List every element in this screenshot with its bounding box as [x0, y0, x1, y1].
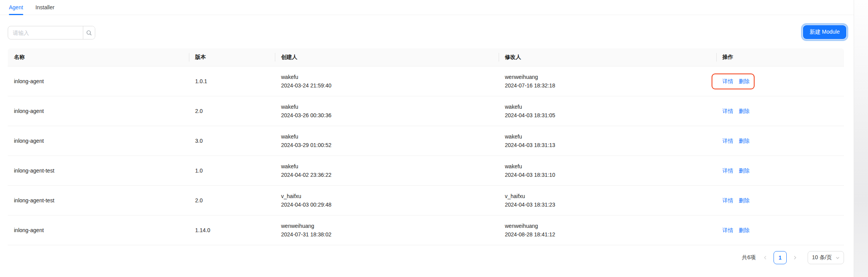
table-row: inlong-agent 2.0 wakefu 2024-03-26 00:30… [8, 96, 844, 126]
column-header-actions: 操作 [716, 48, 844, 66]
creator-name: wakefu [281, 103, 492, 111]
cell-creator: wakefu 2024-03-26 00:30:36 [275, 103, 499, 120]
cell-actions: 详情 删除 [716, 196, 844, 205]
row-actions: 详情 删除 [722, 77, 750, 85]
cell-actions: 详情 删除 [716, 107, 844, 115]
tab-installer-label: Installer [36, 4, 55, 10]
chevron-left-icon [763, 255, 768, 260]
cell-creator: wakefu 2024-03-24 21:59:40 [275, 73, 499, 90]
create-time: 2024-03-29 01:00:52 [281, 141, 492, 149]
cell-version: 1.0 [189, 166, 275, 175]
creator-name: wakefu [281, 132, 492, 141]
row-actions: 详情 删除 [722, 226, 750, 234]
cell-name: inlong-agent [8, 226, 189, 234]
active-tab-indicator [9, 14, 23, 15]
delete-link[interactable]: 删除 [739, 107, 750, 115]
cell-creator: wakefu 2024-03-29 01:00:52 [275, 132, 499, 149]
delete-link[interactable]: 删除 [739, 77, 750, 85]
modify-time: 2024-04-03 18:31:05 [505, 111, 710, 120]
cell-modifier: v_haifxu 2024-04-03 18:31:23 [499, 192, 716, 209]
column-header-version: 版本 [189, 48, 275, 66]
cell-modifier: wakefu 2024-04-03 18:31:05 [499, 103, 716, 120]
cell-version: 3.0 [189, 137, 275, 145]
detail-link[interactable]: 详情 [722, 226, 733, 234]
column-header-name: 名称 [8, 48, 189, 66]
search-icon [86, 30, 92, 36]
creator-name: wakefu [281, 73, 492, 81]
pagination-total-label: 共6项 [742, 254, 756, 261]
module-management-page: Agent Installer 新建 Module 名称 版本 创建人 修改人 … [0, 0, 868, 277]
create-time: 2024-03-26 00:30:36 [281, 111, 492, 120]
table-header: 名称 版本 创建人 修改人 操作 [8, 48, 844, 67]
delete-link[interactable]: 删除 [739, 137, 750, 145]
cell-creator: wenweihuang 2024-07-31 18:38:02 [275, 222, 499, 239]
cell-creator: v_haifxu 2024-04-03 00:29:48 [275, 192, 499, 209]
cell-actions: 详情 删除 [716, 77, 844, 85]
module-table: 名称 版本 创建人 修改人 操作 inlong-agent 1.0.1 wake… [8, 48, 844, 245]
modify-time: 2024-07-16 18:32:18 [505, 81, 710, 90]
cell-version: 2.0 [189, 196, 275, 205]
search-box [8, 26, 95, 39]
page-size-select[interactable]: 10 条/页 [808, 251, 844, 264]
cell-modifier: wakefu 2024-04-03 18:31:13 [499, 132, 716, 149]
pagination: 共6项 1 10 条/页 [742, 251, 844, 264]
table-row: inlong-agent 1.14.0 wenweihuang 2024-07-… [8, 215, 844, 245]
creator-name: v_haifxu [281, 192, 492, 200]
detail-link[interactable]: 详情 [722, 107, 733, 115]
modify-time: 2024-08-28 18:41:12 [505, 230, 710, 239]
table-row: inlong-agent-test 1.0 wakefu 2024-04-02 … [8, 156, 844, 186]
next-page-button[interactable] [790, 251, 800, 264]
search-button[interactable] [83, 26, 95, 39]
page-number-button[interactable]: 1 [774, 251, 787, 264]
column-header-creator: 创建人 [275, 48, 499, 66]
cell-modifier: wenweihuang 2024-08-28 18:41:12 [499, 222, 716, 239]
modifier-name: v_haifxu [505, 192, 710, 200]
creator-name: wakefu [281, 162, 492, 171]
tab-installer[interactable]: Installer [36, 0, 55, 15]
modifier-name: wakefu [505, 162, 710, 171]
cell-version: 1.0.1 [189, 77, 275, 85]
search-input[interactable] [8, 26, 83, 39]
cell-version: 1.14.0 [189, 226, 275, 234]
cell-actions: 详情 删除 [716, 166, 844, 175]
tab-agent[interactable]: Agent [9, 0, 23, 15]
cell-name: inlong-agent [8, 77, 189, 85]
modify-time: 2024-04-03 18:31:13 [505, 141, 710, 149]
modifier-name: wakefu [505, 132, 710, 141]
row-actions: 详情 删除 [722, 166, 750, 175]
creator-name: wenweihuang [281, 222, 492, 230]
scrollbar[interactable] [854, 0, 868, 277]
modify-time: 2024-04-03 18:31:23 [505, 200, 710, 209]
table-row: inlong-agent-test 2.0 v_haifxu 2024-04-0… [8, 186, 844, 215]
cell-actions: 详情 删除 [716, 137, 844, 145]
prev-page-button[interactable] [760, 251, 770, 264]
create-time: 2024-04-02 23:36:22 [281, 171, 492, 179]
detail-link[interactable]: 详情 [722, 77, 733, 85]
table-row: inlong-agent 1.0.1 wakefu 2024-03-24 21:… [8, 67, 844, 96]
modifier-name: wakefu [505, 103, 710, 111]
modifier-name: wenweihuang [505, 73, 710, 81]
create-module-button[interactable]: 新建 Module [803, 25, 846, 39]
row-actions: 详情 删除 [722, 107, 750, 115]
cell-creator: wakefu 2024-04-02 23:36:22 [275, 162, 499, 179]
chevron-right-icon [793, 255, 797, 260]
modify-time: 2024-04-03 18:31:10 [505, 171, 710, 179]
delete-link[interactable]: 删除 [739, 226, 750, 234]
delete-link[interactable]: 删除 [739, 196, 750, 205]
create-time: 2024-07-31 18:38:02 [281, 230, 492, 239]
chevron-down-icon [835, 256, 840, 260]
delete-link[interactable]: 删除 [739, 166, 750, 175]
tab-bar: Agent Installer [0, 0, 854, 15]
detail-link[interactable]: 详情 [722, 166, 733, 175]
detail-link[interactable]: 详情 [722, 137, 733, 145]
row-actions: 详情 删除 [722, 137, 750, 145]
modifier-name: wenweihuang [505, 222, 710, 230]
create-time: 2024-03-24 21:59:40 [281, 81, 492, 90]
cell-name: inlong-agent [8, 107, 189, 115]
row-actions: 详情 删除 [722, 196, 750, 205]
tab-agent-label: Agent [9, 4, 23, 10]
cell-name: inlong-agent [8, 137, 189, 145]
table-row: inlong-agent 3.0 wakefu 2024-03-29 01:00… [8, 126, 844, 156]
cell-actions: 详情 删除 [716, 226, 844, 234]
detail-link[interactable]: 详情 [722, 196, 733, 205]
